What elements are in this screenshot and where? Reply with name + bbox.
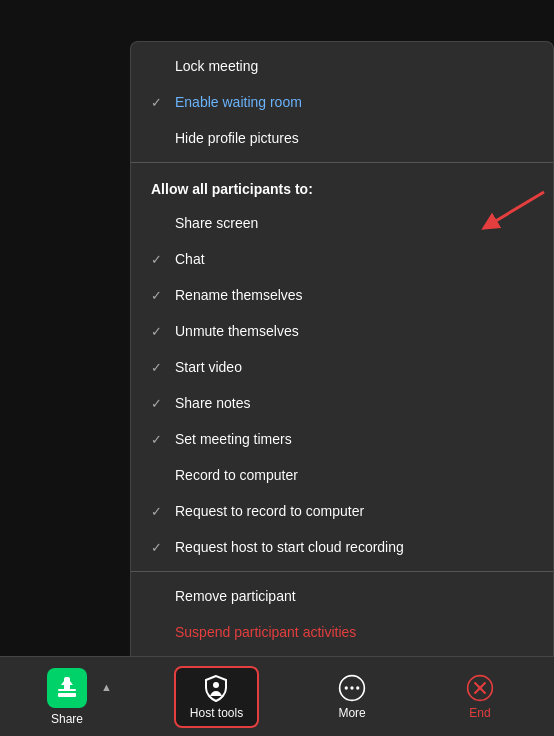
red-arrow-annotation	[459, 187, 549, 237]
remove-participant-item[interactable]: Remove participant	[131, 578, 553, 614]
check-icon: ✓	[151, 95, 171, 110]
share-notes-item[interactable]: ✓ Share notes	[131, 385, 553, 421]
chat-item[interactable]: ✓ Chat	[131, 241, 553, 277]
host-tools-icon	[202, 674, 230, 702]
svg-point-8	[345, 686, 348, 689]
request-host-cloud-item[interactable]: ✓ Request host to start cloud recording	[131, 529, 553, 565]
share-notes-label: Share notes	[175, 395, 251, 411]
check-icon: ✓	[151, 288, 171, 303]
svg-point-10	[356, 686, 359, 689]
more-button[interactable]: More	[317, 666, 387, 728]
set-meeting-timers-item[interactable]: ✓ Set meeting timers	[131, 421, 553, 457]
hide-profile-pictures-item[interactable]: Hide profile pictures	[131, 120, 553, 156]
request-to-record-label: Request to record to computer	[175, 503, 364, 519]
check-icon: ✓	[151, 396, 171, 411]
start-video-label: Start video	[175, 359, 242, 375]
svg-point-9	[350, 686, 353, 689]
meeting-controls-section: Lock meeting ✓ Enable waiting room Hide …	[131, 42, 553, 163]
set-meeting-timers-label: Set meeting timers	[175, 431, 292, 447]
lock-meeting-item[interactable]: Lock meeting	[131, 48, 553, 84]
host-tools-label: Host tools	[190, 706, 243, 720]
start-video-item[interactable]: ✓ Start video	[131, 349, 553, 385]
allow-participants-section: Allow all participants to: Share screen …	[131, 163, 553, 572]
svg-point-6	[213, 682, 219, 688]
share-button[interactable]: Share	[39, 664, 95, 730]
end-icon	[466, 674, 494, 702]
record-to-computer-label: Record to computer	[175, 467, 298, 483]
svg-line-1	[489, 192, 544, 225]
more-label: More	[338, 706, 365, 720]
share-icon-bg	[47, 668, 87, 708]
request-host-cloud-label: Request host to start cloud recording	[175, 539, 404, 555]
end-call-icon	[466, 671, 494, 705]
bottom-toolbar: Share ▲ Host tools More	[0, 656, 554, 736]
share-screen-item[interactable]: Share screen	[131, 205, 553, 241]
lock-meeting-label: Lock meeting	[175, 58, 258, 74]
more-icon	[338, 674, 366, 702]
enable-waiting-room-item[interactable]: ✓ Enable waiting room	[131, 84, 553, 120]
more-dots-icon	[338, 671, 366, 705]
share-screen-label: Share screen	[175, 215, 258, 231]
check-icon: ✓	[151, 540, 171, 555]
check-icon: ✓	[151, 432, 171, 447]
share-group: Share ▲	[39, 664, 116, 730]
check-icon: ✓	[151, 252, 171, 267]
host-tools-button[interactable]: Host tools	[174, 666, 259, 728]
remove-participant-label: Remove participant	[175, 588, 296, 604]
rename-themselves-item[interactable]: ✓ Rename themselves	[131, 277, 553, 313]
chat-label: Chat	[175, 251, 205, 267]
context-menu: Lock meeting ✓ Enable waiting room Hide …	[130, 41, 554, 656]
check-icon: ✓	[151, 360, 171, 375]
record-to-computer-item[interactable]: Record to computer	[131, 457, 553, 493]
unmute-themselves-label: Unmute themselves	[175, 323, 299, 339]
hide-profile-pictures-label: Hide profile pictures	[175, 130, 299, 146]
svg-rect-4	[58, 689, 76, 691]
enable-waiting-room-label: Enable waiting room	[175, 94, 302, 110]
expand-chevron-icon: ▲	[101, 681, 112, 693]
end-label: End	[469, 706, 490, 720]
unmute-themselves-item[interactable]: ✓ Unmute themselves	[131, 313, 553, 349]
suspend-activities-item[interactable]: Suspend participant activities	[131, 614, 553, 650]
participant-actions-section: Remove participant Suspend participant a…	[131, 572, 553, 656]
svg-marker-3	[61, 677, 73, 685]
suspend-activities-label: Suspend participant activities	[175, 624, 356, 640]
shield-person-icon	[202, 674, 230, 702]
check-icon: ✓	[151, 324, 171, 339]
end-button[interactable]: End	[445, 666, 515, 728]
share-icon	[56, 677, 78, 699]
svg-rect-5	[58, 693, 76, 697]
share-label: Share	[51, 712, 83, 726]
rename-themselves-label: Rename themselves	[175, 287, 303, 303]
request-to-record-item[interactable]: ✓ Request to record to computer	[131, 493, 553, 529]
check-icon: ✓	[151, 504, 171, 519]
share-expand-button[interactable]: ▲	[97, 677, 116, 697]
